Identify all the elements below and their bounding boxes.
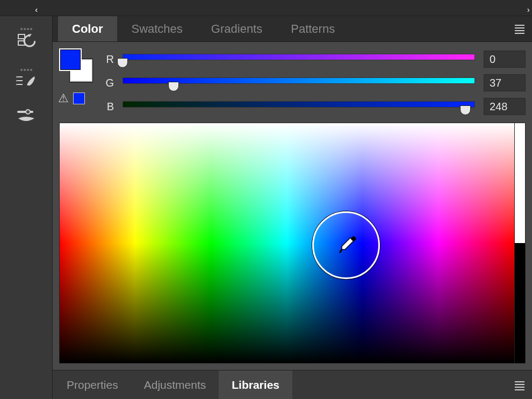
eyedropper-cursor-icon [312,211,380,279]
channel-r-label: R [103,53,114,66]
tab-adjustments[interactable]: Adjustments [131,370,219,399]
brightness-strip[interactable] [515,123,526,364]
panel-menu-icon[interactable] [515,25,524,34]
tab-gradients[interactable]: Gradients [197,16,277,41]
svg-point-9 [26,110,30,114]
gamut-closest-swatch[interactable] [73,92,85,104]
brush-settings-icon[interactable] [16,109,37,124]
history-panel-icon[interactable] [17,33,35,49]
channel-b-row: B [103,98,526,115]
channel-g-input[interactable] [484,74,526,91]
channel-r-slider[interactable] [123,54,475,65]
tab-properties[interactable]: Properties [54,370,131,399]
brush-presets-icon[interactable] [16,74,37,89]
hue-spectrum[interactable] [59,123,515,364]
svg-point-6 [16,80,17,82]
fg-bg-swatches: ⚠ [59,48,96,109]
channel-b-slider[interactable] [123,101,475,112]
foreground-color-swatch[interactable] [59,48,82,71]
channel-g-slider[interactable] [123,77,475,88]
gamut-warning-icon[interactable]: ⚠ [58,91,69,105]
channel-g-row: G [103,74,526,91]
panel-menu-icon[interactable] [515,381,524,390]
channel-r-row: R [103,51,526,68]
grip-dots-icon [20,28,32,30]
channel-b-input[interactable] [484,98,526,115]
channel-r-input[interactable] [484,51,526,68]
channel-b-label: B [103,101,114,113]
upper-tab-bar: Color Swatches Gradients Patterns [53,16,532,42]
tab-patterns[interactable]: Patterns [277,16,349,41]
svg-point-5 [16,76,17,78]
tab-color[interactable]: Color [58,16,117,41]
svg-rect-0 [18,34,25,39]
tool-column [0,16,53,399]
svg-point-7 [16,84,17,86]
svg-rect-10 [350,236,356,242]
grip-dots-icon [20,69,32,71]
tab-swatches[interactable]: Swatches [117,16,197,41]
panel-top-strip: ‹‹ ›› [0,0,532,16]
channel-g-label: G [103,77,114,89]
lower-tab-bar: Properties Adjustments Libraries [53,370,532,399]
collapse-left-icon[interactable]: ‹‹ [35,5,35,14]
color-panel: ⚠ R G [53,42,532,370]
tab-libraries[interactable]: Libraries [219,370,292,399]
collapse-right-icon[interactable]: ›› [527,5,528,14]
